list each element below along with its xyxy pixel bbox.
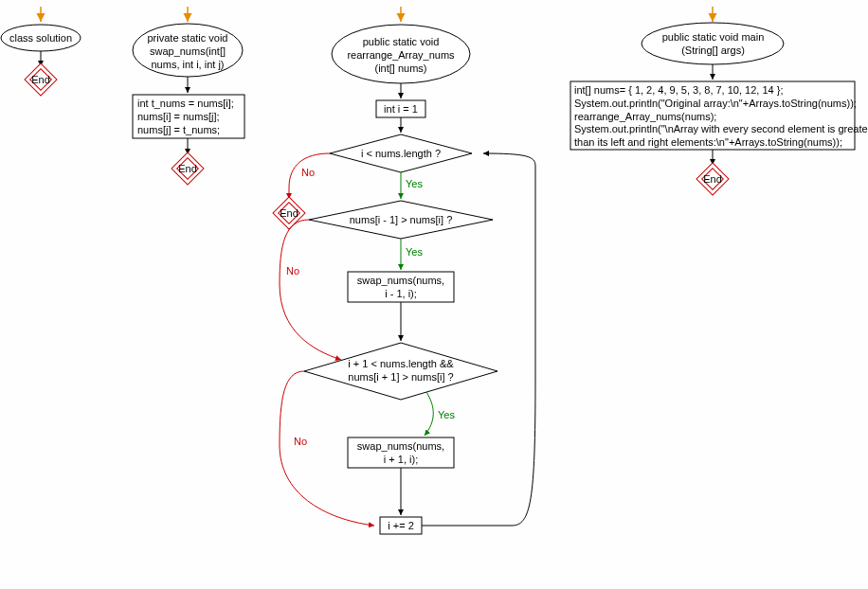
cond-length: i < nums.length ? [335, 148, 467, 161]
swap2-call: swap_nums(nums, i + 1, i); [348, 440, 454, 467]
swap1-call: swap_nums(nums, i - 1, i); [348, 275, 454, 301]
yes-label-2: Yes [406, 246, 423, 258]
end-label-4: End [698, 173, 727, 187]
start-swap-nums: private static void swap_nums(int[] nums… [135, 32, 241, 71]
end-label-3: End [275, 207, 303, 221]
process-main-body: int[] nums= { 1, 2, 4, 9, 5, 3, 8, 7, 10… [574, 84, 853, 150]
end-label-2: End [173, 163, 202, 176]
no-label-2: No [286, 265, 299, 277]
end-label-1: End [27, 74, 55, 87]
start-rearrange: public static void rearrange_Array_nums … [334, 36, 468, 75]
start-class-solution: class solution [3, 32, 79, 45]
increment-i: i += 2 [380, 520, 422, 533]
yes-label-3: Yes [438, 409, 455, 420]
cond-next-gt: i + 1 < nums.length && nums[i + 1] > num… [311, 358, 491, 384]
yes-label-1: Yes [406, 178, 423, 189]
no-label-1: No [301, 167, 315, 178]
start-main: public static void main (String[] args) [644, 31, 782, 58]
init-i: int i = 1 [376, 103, 425, 116]
no-label-3: No [294, 436, 307, 447]
cond-prev-gt: nums[i - 1] > nums[i] ? [316, 214, 486, 227]
process-swap-body: int t_nums = nums[i]; nums[i] = nums[j];… [137, 98, 242, 136]
